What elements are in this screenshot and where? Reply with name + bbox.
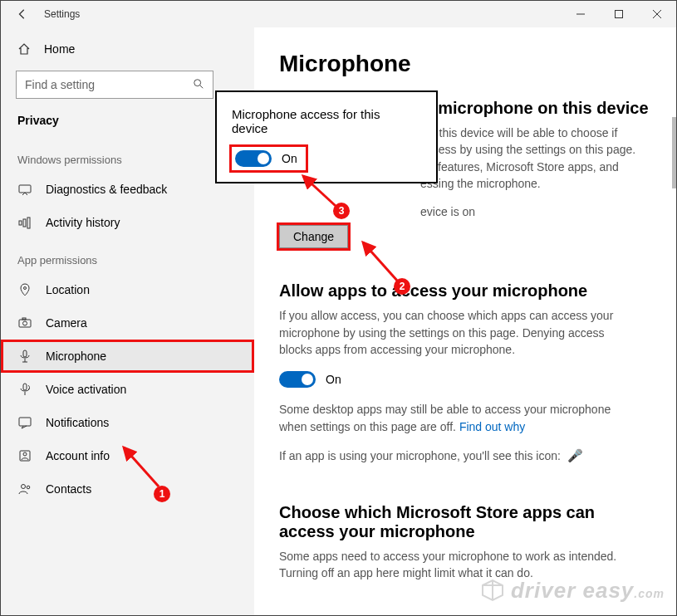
svg-rect-15 — [23, 384, 27, 390]
device-toggle[interactable] — [235, 150, 272, 167]
svg-line-23 — [303, 176, 336, 206]
toggle-label: On — [326, 373, 341, 386]
sidebar-item-label: Contacts — [46, 482, 91, 496]
svg-point-19 — [22, 485, 26, 489]
svg-point-4 — [194, 79, 201, 86]
section2-body: If you allow access, you can choose whic… — [279, 307, 636, 358]
arrow-3 — [298, 171, 344, 213]
section3-title: Choose which Microsoft Store apps can ac… — [279, 503, 651, 541]
feedback-icon — [17, 183, 32, 196]
notifications-icon — [17, 416, 32, 429]
svg-rect-11 — [19, 320, 31, 327]
arrow-2 — [356, 236, 406, 286]
location-icon — [17, 283, 32, 296]
svg-line-21 — [124, 447, 159, 486]
sidebar-item-label: Notifications — [46, 416, 109, 429]
search-placeholder: Find a setting — [25, 78, 95, 91]
sidebar-item-voice[interactable]: Voice activation — [1, 373, 254, 406]
svg-point-12 — [23, 321, 27, 325]
icon-note: If an app is using your microphone, you'… — [279, 447, 636, 465]
microphone-icon — [17, 350, 32, 363]
back-button[interactable] — [9, 1, 36, 27]
sidebar-item-label: Microphone — [46, 350, 106, 363]
window-title: Settings — [44, 8, 562, 20]
sidebar-item-label: Location — [46, 283, 90, 296]
minimize-button[interactable] — [562, 1, 600, 27]
scrollbar[interactable] — [672, 117, 676, 188]
popup-title: Microphone access for this device — [232, 107, 398, 135]
search-input[interactable]: Find a setting — [16, 71, 213, 99]
history-icon — [17, 216, 32, 229]
svg-rect-7 — [19, 221, 22, 225]
svg-rect-13 — [22, 318, 26, 320]
mic-indicator-icon: 🎤 — [567, 448, 583, 462]
sidebar-item-label: Diagnostics & feedback — [46, 183, 167, 196]
page-title: Microphone — [279, 51, 651, 77]
svg-rect-6 — [19, 185, 31, 193]
change-button[interactable]: Change — [279, 225, 348, 248]
sidebar-item-activity[interactable]: Activity history — [1, 206, 254, 239]
mic-access-popup: Microphone access for this device On — [215, 90, 438, 183]
account-icon — [17, 449, 32, 462]
close-button[interactable] — [638, 1, 676, 27]
sidebar-item-label: Voice activation — [46, 383, 126, 396]
sidebar-item-camera[interactable]: Camera — [1, 306, 254, 340]
sidebar-item-notifications[interactable]: Notifications — [1, 406, 254, 439]
apps-toggle[interactable] — [279, 371, 316, 388]
titlebar: Settings — [1, 1, 676, 27]
desktop-note: Some desktop apps may still be able to a… — [279, 401, 636, 435]
sidebar-item-location[interactable]: Location — [1, 273, 254, 306]
sidebar-item-label: Activity history — [46, 216, 120, 229]
svg-line-22 — [363, 242, 398, 281]
svg-line-5 — [200, 85, 204, 88]
sidebar-item-label: Account info — [46, 449, 110, 462]
camera-icon — [17, 316, 32, 330]
home-label: Home — [44, 42, 75, 56]
svg-rect-14 — [23, 350, 27, 357]
contacts-icon — [17, 482, 32, 496]
svg-point-20 — [27, 486, 30, 489]
section2-title: Allow apps to access your microphone — [279, 281, 651, 301]
group-app-permissions: App permissions — [1, 239, 254, 273]
sidebar-item-label: Camera — [46, 316, 87, 330]
find-out-why-link[interactable]: Find out why — [459, 420, 525, 433]
svg-point-10 — [24, 287, 27, 290]
home-nav[interactable]: Home — [1, 36, 254, 62]
svg-rect-8 — [23, 219, 26, 227]
voice-icon — [17, 383, 32, 396]
svg-rect-1 — [616, 11, 623, 18]
arrow-1 — [117, 441, 167, 491]
home-icon — [17, 42, 31, 56]
search-icon — [193, 78, 204, 92]
svg-rect-9 — [27, 218, 30, 228]
maximize-button[interactable] — [600, 1, 638, 27]
svg-rect-16 — [19, 418, 31, 426]
device-toggle-label: On — [282, 152, 297, 165]
watermark: driver easy.com — [479, 577, 665, 604]
svg-point-18 — [23, 452, 27, 456]
sidebar-item-microphone[interactable]: Microphone — [1, 340, 254, 373]
